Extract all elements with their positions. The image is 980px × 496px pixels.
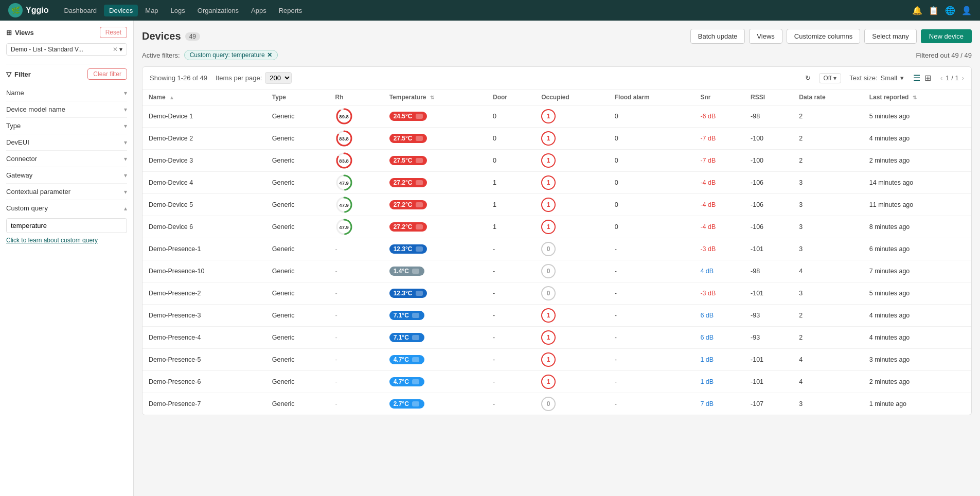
off-toggle[interactable]: Off ▾ <box>819 73 842 83</box>
user-icon[interactable]: 👤 <box>961 6 972 15</box>
filter-device-model-name[interactable]: Device model name ▾ <box>6 101 127 118</box>
nav-devices[interactable]: Devices <box>104 5 138 16</box>
batch-update-button[interactable]: Batch update <box>690 29 745 44</box>
rh-gauge: 47.9 <box>335 218 353 236</box>
cell-data-rate: 4 <box>793 349 863 371</box>
col-flood-alarm[interactable]: Flood alarm <box>609 90 694 105</box>
nav-dashboard[interactable]: Dashboard <box>59 5 102 16</box>
text-size-chevron[interactable]: ▾ <box>900 74 904 82</box>
list-view-icon[interactable]: ☰ <box>912 72 921 84</box>
cell-rssi: -101 <box>744 349 793 371</box>
table-row[interactable]: Demo-Device 4 Generic 47.9 27.2°C 1 1 0 … <box>142 172 971 194</box>
col-door[interactable]: Door <box>487 90 535 105</box>
table-row[interactable]: Demo-Presence-7 Generic - 2.7°C - 0 - 7 … <box>142 393 971 415</box>
col-rh[interactable]: Rh <box>329 90 383 105</box>
filter-deveui[interactable]: DevEUI ▾ <box>6 134 127 151</box>
col-last-reported[interactable]: Last reported ⇅ <box>863 90 971 105</box>
table-row[interactable]: Demo-Presence-6 Generic - 4.7°C - 1 - 1 … <box>142 371 971 393</box>
custom-query-learn-link[interactable]: Click to learn about custom query <box>6 237 98 244</box>
table-row[interactable]: Demo-Presence-5 Generic - 4.7°C - 1 - 1 … <box>142 349 971 371</box>
filter-connector[interactable]: Connector ▾ <box>6 151 127 167</box>
custom-query-input[interactable] <box>6 218 127 233</box>
table-row[interactable]: Demo-Presence-2 Generic - 12.3°C - 0 - -… <box>142 282 971 305</box>
grid-view-icon[interactable]: ⊞ <box>923 72 932 84</box>
prev-page-button[interactable]: ‹ <box>940 74 942 82</box>
cell-data-rate: 3 <box>793 282 863 305</box>
cell-temperature: 4.7°C <box>383 349 487 371</box>
cell-temperature: 27.2°C <box>383 216 487 238</box>
col-temperature[interactable]: Temperature ⇅ <box>383 90 487 105</box>
sidebar: ⊞ Views Reset Demo - List - Standard V..… <box>0 21 134 496</box>
cell-rh: - <box>329 282 383 305</box>
temp-bar-tail <box>416 202 423 207</box>
view-selector-clear[interactable]: ✕ <box>113 46 118 53</box>
cell-occupied: 1 <box>535 172 609 194</box>
filter-tag-remove[interactable]: ✕ <box>267 51 272 59</box>
customize-columns-button[interactable]: Customize columns <box>787 29 860 44</box>
col-snr[interactable]: Snr <box>694 90 744 105</box>
cell-data-rate: 2 <box>793 305 863 327</box>
occupied-indicator: 0 <box>541 264 556 278</box>
col-type[interactable]: Type <box>266 90 329 105</box>
col-occupied[interactable]: Occupied <box>535 90 609 105</box>
table-row[interactable]: Demo-Presence-1 Generic - 12.3°C - 0 - -… <box>142 238 971 260</box>
rh-dash: - <box>335 378 337 385</box>
rh-gauge: 89.8 <box>335 108 353 125</box>
filter-type[interactable]: Type ▾ <box>6 118 127 134</box>
nav-map[interactable]: Map <box>140 5 163 16</box>
cell-type: Generic <box>266 194 329 216</box>
rh-gauge: 47.9 <box>335 196 353 214</box>
new-device-button[interactable]: New device <box>921 29 972 43</box>
chevron-down-icon: ▾ <box>124 106 127 113</box>
col-rssi[interactable]: RSSI <box>744 90 793 105</box>
messages-icon[interactable]: 📋 <box>929 6 939 15</box>
temp-bar-tail <box>416 291 423 296</box>
table-row[interactable]: Demo-Device 3 Generic 83.8 27.5°C 0 1 0 … <box>142 150 971 172</box>
view-selector-chevron[interactable]: ▾ <box>119 46 122 53</box>
next-page-button[interactable]: › <box>962 74 964 82</box>
table-row[interactable]: Demo-Presence-10 Generic - 1.4°C - 0 - 4… <box>142 260 971 282</box>
nav-logs[interactable]: Logs <box>166 5 190 16</box>
nav-apps[interactable]: Apps <box>246 5 272 16</box>
temp-bar: 27.2°C <box>389 222 427 232</box>
cell-type: Generic <box>266 128 329 150</box>
table-header: Name ▲ Type Rh Temperature ⇅ Door Occupi… <box>142 90 971 105</box>
select-many-button[interactable]: Select many <box>864 29 917 44</box>
col-name[interactable]: Name ▲ <box>142 90 266 105</box>
globe-icon[interactable]: 🌐 <box>945 6 955 15</box>
nav-reports[interactable]: Reports <box>274 5 308 16</box>
filter-tag-text: Custom query: temperature <box>190 51 265 59</box>
chevron-up-icon: ▴ <box>124 205 127 212</box>
refresh-button[interactable]: ↻ <box>805 74 811 82</box>
rh-gauge: 47.9 <box>335 174 353 191</box>
view-selector[interactable]: Demo - List - Standard V... ✕ ▾ <box>6 43 127 56</box>
views-button[interactable]: Views <box>749 29 782 44</box>
custom-query-section: Click to learn about custom query <box>6 216 127 244</box>
nav-organizations[interactable]: Organizations <box>192 5 244 16</box>
cell-rh: 47.9 <box>329 216 383 238</box>
table-row[interactable]: Demo-Presence-4 Generic - 7.1°C - 1 - 6 … <box>142 327 971 349</box>
items-per-page-select[interactable]: 200 100 50 <box>265 72 292 84</box>
temp-bar-tail <box>416 180 423 185</box>
filter-custom-query[interactable]: Custom query ▴ <box>6 200 127 216</box>
cell-door: - <box>487 371 535 393</box>
col-data-rate[interactable]: Data rate <box>793 90 863 105</box>
cell-temperature: 2.7°C <box>383 393 487 415</box>
reset-button[interactable]: Reset <box>100 27 127 38</box>
active-filter-tag[interactable]: Custom query: temperature ✕ <box>184 50 278 60</box>
clear-filter-button[interactable]: Clear filter <box>87 68 127 80</box>
filter-name[interactable]: Name ▾ <box>6 85 127 101</box>
app-logo[interactable]: 🌿 Yggio <box>8 3 48 17</box>
table-row[interactable]: Demo-Device 2 Generic 83.8 27.5°C 0 1 0 … <box>142 128 971 150</box>
table-row[interactable]: Demo-Device 5 Generic 47.9 27.2°C 1 1 0 … <box>142 194 971 216</box>
chevron-down-icon: ▾ <box>124 122 127 130</box>
cell-name: Demo-Device 5 <box>142 194 266 216</box>
cell-last-reported: 2 minutes ago <box>863 150 971 172</box>
filter-gateway[interactable]: Gateway ▾ <box>6 167 127 184</box>
cell-snr: -4 dB <box>694 172 744 194</box>
table-row[interactable]: Demo-Device 1 Generic 89.8 24.5°C 0 1 0 … <box>142 105 971 128</box>
table-row[interactable]: Demo-Device 6 Generic 47.9 27.2°C 1 1 0 … <box>142 216 971 238</box>
table-row[interactable]: Demo-Presence-3 Generic - 7.1°C - 1 - 6 … <box>142 305 971 327</box>
notifications-icon[interactable]: 🔔 <box>912 6 922 15</box>
filter-contextual-parameter[interactable]: Contextual parameter ▾ <box>6 184 127 200</box>
